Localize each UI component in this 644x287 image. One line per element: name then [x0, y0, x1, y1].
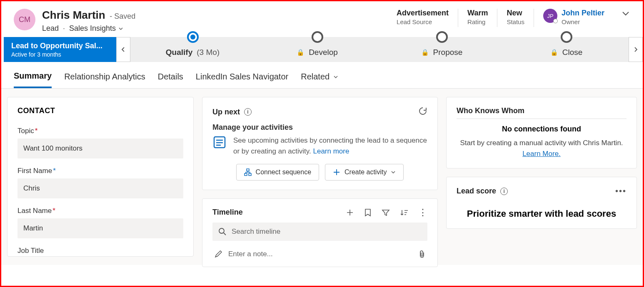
presence-indicator: [553, 19, 558, 23]
stage-close[interactable]: 🔒 Close: [504, 37, 629, 62]
right-column: Who Knows Whom No connections found Star…: [446, 97, 637, 257]
label-job-title: Job Title: [17, 247, 183, 255]
label-last-name: Last Name*: [17, 207, 183, 215]
plus-icon: [333, 168, 340, 176]
owner-name: John Peltier: [562, 9, 604, 17]
chevron-right-icon: [632, 46, 639, 53]
up-next-card: Up next i Manage your activities See upc…: [202, 97, 438, 190]
lock-icon: 🔒: [550, 49, 558, 56]
separator-dot: ·: [63, 24, 65, 33]
stage-indicator: [436, 31, 448, 43]
more-button[interactable]: •••: [615, 186, 627, 196]
bpf-next-button[interactable]: [629, 37, 643, 62]
record-header: CM Chris Martin - Saved Lead · Sales Ins…: [1, 1, 643, 33]
owner-label: Owner: [562, 18, 604, 25]
header-right: Advertisement Lead Source Warm Rating Ne…: [397, 9, 630, 27]
timeline-note-input[interactable]: Enter a note...: [212, 245, 427, 263]
input-first-name[interactable]: [17, 178, 183, 198]
header-left: CM Chris Martin - Saved Lead · Sales Ins…: [14, 9, 135, 33]
activity-list-icon: [212, 135, 227, 149]
stage-propose[interactable]: 🔒 Propose: [379, 37, 504, 62]
record-title: Chris Martin: [42, 9, 105, 21]
up-next-text: See upcoming activities by connecting th…: [233, 135, 427, 156]
contact-card: CONTACT Topic* First Name* Last Name* Jo…: [7, 97, 194, 257]
record-avatar: CM: [14, 9, 35, 30]
pencil-icon: [214, 250, 222, 258]
connect-sequence-button[interactable]: Connect sequence: [236, 164, 319, 181]
input-last-name[interactable]: [17, 218, 183, 238]
owner-avatar: JP: [543, 9, 557, 23]
learn-more-link[interactable]: Learn more: [313, 147, 349, 155]
meta-rating[interactable]: Warm Rating: [467, 9, 488, 25]
timeline-card: Timeline ⋮ Search timeline Enter a note.…: [202, 198, 438, 267]
bpf-stages: Qualify (3 Mo) 🔒 Develop 🔒 Propose 🔒 Clo…: [130, 37, 629, 62]
tab-related[interactable]: Related: [301, 71, 339, 88]
attachment-icon[interactable]: [418, 250, 426, 258]
tab-summary[interactable]: Summary: [14, 71, 52, 88]
form-tabs: Summary Relationship Analytics Details L…: [1, 62, 643, 89]
svg-rect-5: [245, 173, 247, 176]
lead-score-title: Lead score i: [457, 187, 508, 195]
wkw-title: Who Knows Whom: [457, 106, 627, 115]
chevron-down-icon: [391, 170, 396, 175]
tab-linkedin[interactable]: LinkedIn Sales Navigator: [196, 71, 288, 88]
divider: [534, 9, 534, 27]
meta-status[interactable]: New Status: [507, 9, 524, 25]
refresh-icon: [418, 106, 427, 116]
chevron-down-icon: [333, 74, 339, 80]
refresh-button[interactable]: [418, 106, 427, 117]
divider: [497, 9, 497, 27]
lock-icon: 🔒: [421, 49, 429, 56]
hierarchy-icon: [244, 168, 252, 176]
lead-score-card: Lead score i ••• Prioritize smarter with…: [446, 177, 637, 229]
svg-rect-6: [249, 173, 251, 176]
up-next-subtitle: Manage your activities: [212, 123, 427, 132]
chevron-left-icon: [120, 46, 127, 53]
create-activity-button[interactable]: Create activity: [325, 164, 404, 181]
header-expand-button[interactable]: [621, 9, 630, 20]
bpf-title[interactable]: Lead to Opportunity Sal... Active for 3 …: [4, 37, 116, 62]
business-process-flow: Lead to Opportunity Sal... Active for 3 …: [1, 37, 643, 62]
info-icon[interactable]: i: [244, 108, 252, 116]
svg-rect-4: [247, 169, 249, 171]
wkw-learn-more-link[interactable]: Learn More.: [522, 150, 561, 158]
lock-icon: 🔒: [297, 49, 305, 56]
divider: [458, 9, 458, 27]
stage-indicator: [561, 31, 572, 43]
info-icon[interactable]: i: [500, 188, 508, 195]
wkw-none-text: Start by creating a manual activity with…: [457, 138, 627, 159]
content-area: CONTACT Topic* First Name* Last Name* Jo…: [1, 89, 643, 265]
stage-qualify[interactable]: Qualify (3 Mo): [130, 37, 255, 62]
bpf-prev-button[interactable]: [116, 37, 130, 62]
tab-relationship-analytics[interactable]: Relationship Analytics: [64, 71, 145, 88]
divider: [457, 119, 627, 119]
chevron-down-icon: [118, 26, 123, 31]
saved-indicator: - Saved: [110, 12, 135, 20]
stage-develop[interactable]: 🔒 Develop: [255, 37, 379, 62]
entity-name: Lead: [42, 24, 59, 33]
up-next-title: Up next i: [212, 108, 252, 116]
owner-block[interactable]: JP John Peltier Owner: [543, 9, 604, 25]
wkw-none-title: No connections found: [457, 125, 627, 134]
sort-icon[interactable]: [400, 208, 408, 217]
stage-indicator: [312, 31, 323, 43]
middle-column: Up next i Manage your activities See upc…: [202, 97, 438, 257]
timeline-title: Timeline: [212, 208, 243, 217]
form-selector[interactable]: Sales Insights: [69, 24, 123, 33]
meta-lead-source[interactable]: Advertisement Lead Source: [397, 9, 449, 25]
tab-details[interactable]: Details: [158, 71, 183, 88]
title-block: Chris Martin - Saved Lead · Sales Insigh…: [42, 9, 135, 33]
lead-score-headline: Prioritize smarter with lead scores: [457, 208, 627, 219]
label-topic: Topic*: [17, 127, 183, 135]
label-first-name: First Name*: [17, 167, 183, 175]
svg-point-7: [219, 228, 224, 233]
input-topic[interactable]: [17, 139, 183, 158]
add-icon[interactable]: [346, 208, 354, 217]
search-icon: [218, 228, 227, 236]
chevron-down-icon: [621, 9, 630, 18]
filter-icon[interactable]: [382, 208, 390, 217]
bookmark-icon[interactable]: [364, 208, 372, 217]
section-title-contact: CONTACT: [17, 106, 183, 115]
timeline-search[interactable]: Search timeline: [212, 223, 427, 241]
stage-indicator-active: [187, 31, 199, 43]
